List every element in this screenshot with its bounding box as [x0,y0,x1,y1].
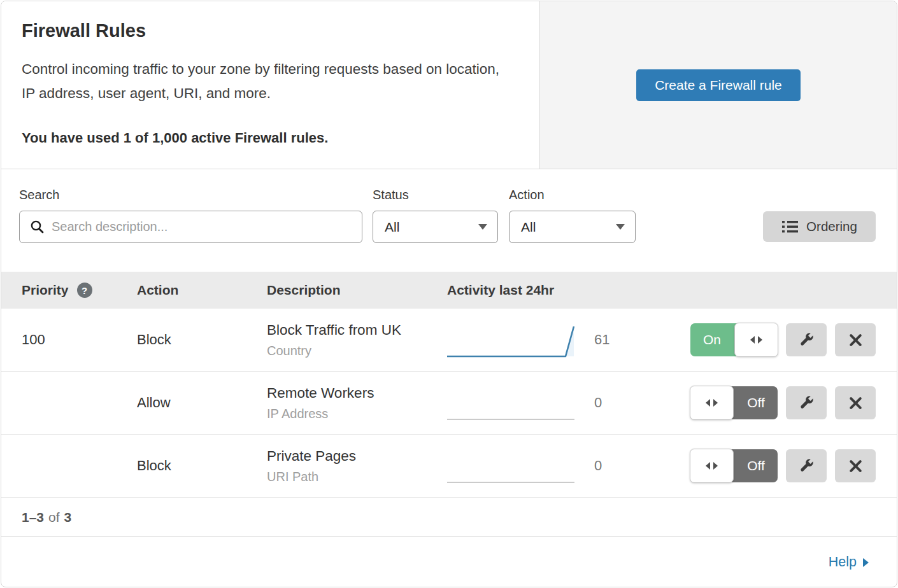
delete-rule-button[interactable] [835,386,876,419]
toggle-knob[interactable] [690,449,734,483]
activity-sparkline [447,441,578,491]
wrench-icon [797,394,815,412]
rule-enabled-toggle[interactable]: On [690,323,778,356]
chevron-down-icon [616,224,625,230]
close-icon [848,458,864,474]
rule-enabled-toggle[interactable]: Off [690,449,778,482]
search-box [19,211,362,243]
table-row: 100 Block Block Traffic from UK Country … [1,309,897,372]
status-label: Status [373,188,498,202]
rule-description: Block Traffic from UK [267,322,447,339]
priority-value: 100 [22,332,137,348]
search-group: Search [19,188,362,243]
priority-header-label: Priority [22,283,69,298]
page-description: Control incoming traffic to your zone by… [22,57,515,106]
toggle-state-label: Off [734,386,778,419]
edit-rule-button[interactable] [786,323,827,356]
arrow-right-icon [758,336,762,344]
action-selected-value: All [521,220,536,235]
help-link-label: Help [829,554,857,570]
header-text-panel: Firewall Rules Control incoming traffic … [1,1,539,169]
create-firewall-rule-button[interactable]: Create a Firewall rule [636,69,801,101]
header-action-panel: Create a Firewall rule [539,1,897,169]
rule-match-type: Country [267,344,447,358]
header-section: Firewall Rules Control incoming traffic … [1,1,897,169]
activity-count: 0 [578,395,635,411]
column-header-action: Action [137,283,267,298]
arrow-left-icon [706,399,710,407]
table-header-row: Priority ? Action Description Activity l… [1,272,897,309]
footer-bar: Help [1,537,897,587]
activity-count: 0 [578,458,635,474]
delete-rule-button[interactable] [835,323,876,356]
description-cell: Remote Workers IP Address [267,385,447,421]
rule-enabled-toggle[interactable]: Off [690,386,778,419]
rule-match-type: IP Address [267,407,447,421]
toggle-knob[interactable] [690,386,734,420]
search-input[interactable] [52,220,353,234]
edit-rule-button[interactable] [786,449,827,482]
arrow-right-icon [713,399,718,407]
priority-help-icon[interactable]: ? [77,283,92,298]
pagination-of-label: of [48,510,60,525]
description-cell: Block Traffic from UK Country [267,322,447,358]
activity-sparkline [447,378,578,428]
action-value: Allow [137,395,267,411]
wrench-icon [797,331,815,349]
activity-count: 61 [578,332,635,348]
ordering-list-icon [781,220,799,234]
toggle-state-label: On [690,323,734,356]
close-icon [848,395,864,411]
help-link[interactable]: Help [829,554,869,570]
filter-bar: Search Status All Action All [1,169,897,272]
column-header-description: Description [267,283,447,298]
row-controls: Off [635,449,876,482]
action-select[interactable]: All [509,211,636,243]
column-header-priority: Priority ? [22,283,137,298]
toggle-state-label: Off [734,449,778,482]
activity-sparkline [447,315,578,365]
action-value: Block [137,332,267,348]
arrow-left-icon [706,462,710,470]
ordering-button-label: Ordering [806,219,857,234]
arrow-left-icon [750,336,755,344]
rule-description: Remote Workers [267,385,447,402]
rule-match-type: URI Path [267,470,447,484]
rule-description: Private Pages [267,448,447,465]
ordering-button[interactable]: Ordering [763,211,876,242]
description-cell: Private Pages URI Path [267,448,447,484]
chevron-right-icon [863,558,869,567]
pagination-total: 3 [64,510,72,525]
search-icon [30,220,45,235]
column-header-activity: Activity last 24hr [447,283,578,298]
toggle-knob[interactable] [734,323,778,357]
delete-rule-button[interactable] [835,449,876,482]
arrow-right-icon [713,462,718,470]
firewall-rules-card: Firewall Rules Control incoming traffic … [1,1,897,587]
status-filter-group: Status All [373,188,498,243]
close-icon [848,332,864,348]
status-selected-value: All [385,220,399,235]
action-filter-group: Action All [509,188,636,243]
chevron-down-icon [478,224,487,230]
pagination-bar: 1–3 of 3 [1,498,897,537]
search-label: Search [19,188,362,202]
row-controls: Off [635,386,876,419]
wrench-icon [797,457,815,475]
row-controls: On [635,323,876,356]
usage-summary: You have used 1 of 1,000 active Firewall… [22,130,519,146]
pagination-range: 1–3 [22,510,44,525]
status-select[interactable]: All [373,211,498,243]
table-row: Allow Remote Workers IP Address 0 Off [1,372,897,435]
action-label: Action [509,188,636,202]
edit-rule-button[interactable] [786,386,827,419]
page-title: Firewall Rules [22,20,519,41]
action-value: Block [137,458,267,474]
table-row: Block Private Pages URI Path 0 Off [1,435,897,498]
